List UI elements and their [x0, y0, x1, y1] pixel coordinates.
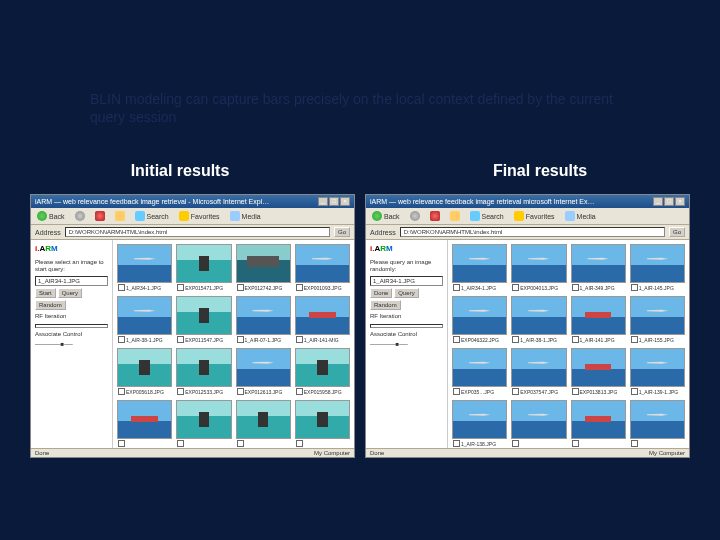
result-thumb[interactable]	[452, 244, 507, 283]
random-button[interactable]: Random	[370, 300, 401, 310]
result-checkbox[interactable]	[512, 284, 519, 291]
stop-button[interactable]	[428, 210, 442, 222]
forward-button[interactable]	[408, 210, 422, 222]
home-button[interactable]	[113, 210, 127, 222]
random-button[interactable]: Random	[35, 300, 66, 310]
query-field[interactable]: 1_AIR34-1.JPG	[35, 276, 108, 286]
result-checkbox[interactable]	[631, 388, 638, 395]
result-thumb[interactable]	[117, 400, 172, 439]
result-checkbox[interactable]	[572, 388, 579, 395]
result-checkbox[interactable]	[453, 388, 460, 395]
result-checkbox[interactable]	[237, 284, 244, 291]
result-thumb[interactable]	[117, 348, 172, 387]
result-thumb[interactable]	[571, 244, 626, 283]
result-thumb[interactable]	[630, 244, 685, 283]
result-checkbox[interactable]	[177, 284, 184, 291]
back-button[interactable]: Back	[370, 210, 402, 222]
query-button[interactable]: Query	[394, 288, 418, 298]
assoc-slider[interactable]: ──────■──	[370, 341, 443, 348]
result-thumb[interactable]	[511, 348, 566, 387]
result-checkbox[interactable]	[237, 388, 244, 395]
media-button[interactable]: Media	[563, 210, 598, 222]
start-button[interactable]: Done	[370, 288, 392, 298]
media-button[interactable]: Media	[228, 210, 263, 222]
result-thumb[interactable]	[571, 296, 626, 335]
stop-button[interactable]	[93, 210, 107, 222]
result-checkbox[interactable]	[237, 336, 244, 343]
favorites-button[interactable]: Favorites	[177, 210, 222, 222]
result-checkbox[interactable]	[572, 336, 579, 343]
result-thumb[interactable]	[117, 296, 172, 335]
result-checkbox[interactable]	[118, 440, 125, 447]
result-checkbox[interactable]	[453, 440, 460, 447]
result-checkbox[interactable]	[572, 440, 579, 447]
go-button[interactable]: Go	[669, 227, 685, 237]
result-checkbox[interactable]	[296, 336, 303, 343]
maximize-button[interactable]: □	[329, 197, 339, 206]
result-checkbox[interactable]	[631, 284, 638, 291]
result-checkbox[interactable]	[118, 388, 125, 395]
address-input[interactable]: D:\WORKON\iARM\HTML\index.html	[65, 227, 330, 237]
result-checkbox[interactable]	[453, 336, 460, 343]
assoc-slider[interactable]: ──────■──	[35, 341, 108, 348]
close-button[interactable]: ×	[340, 197, 350, 206]
result-thumb[interactable]	[236, 400, 291, 439]
rf-field[interactable]	[35, 324, 108, 328]
result-checkbox[interactable]	[512, 388, 519, 395]
search-button[interactable]: Search	[133, 210, 171, 222]
result-checkbox[interactable]	[453, 284, 460, 291]
result-checkbox[interactable]	[177, 388, 184, 395]
maximize-button[interactable]: □	[664, 197, 674, 206]
result-checkbox[interactable]	[118, 336, 125, 343]
result-checkbox[interactable]	[631, 440, 638, 447]
query-button[interactable]: Query	[58, 288, 82, 298]
result-thumb[interactable]	[511, 296, 566, 335]
query-field[interactable]: 1_AIR34-1.JPG	[370, 276, 443, 286]
result-checkbox[interactable]	[177, 336, 184, 343]
result-thumb[interactable]	[295, 348, 350, 387]
result-thumb[interactable]	[176, 244, 231, 283]
result-thumb[interactable]	[295, 296, 350, 335]
result-thumb[interactable]	[176, 400, 231, 439]
result-checkbox[interactable]	[631, 336, 638, 343]
rf-field[interactable]	[370, 324, 443, 328]
result-thumb[interactable]	[452, 400, 507, 439]
result-thumb[interactable]	[236, 244, 291, 283]
minimize-button[interactable]: _	[318, 197, 328, 206]
result-thumb[interactable]	[511, 244, 566, 283]
result-checkbox[interactable]	[512, 336, 519, 343]
minimize-button[interactable]: _	[653, 197, 663, 206]
search-button[interactable]: Search	[468, 210, 506, 222]
result-checkbox[interactable]	[572, 284, 579, 291]
home-button[interactable]	[448, 210, 462, 222]
result-thumb[interactable]	[511, 400, 566, 439]
go-button[interactable]: Go	[334, 227, 350, 237]
result-thumb[interactable]	[571, 348, 626, 387]
result-thumb[interactable]	[176, 296, 231, 335]
result-thumb[interactable]	[236, 296, 291, 335]
result-checkbox[interactable]	[177, 440, 184, 447]
result-thumb[interactable]	[236, 348, 291, 387]
close-button[interactable]: ×	[675, 197, 685, 206]
result-thumb[interactable]	[117, 244, 172, 283]
result-checkbox[interactable]	[296, 388, 303, 395]
result-thumb[interactable]	[176, 348, 231, 387]
result-checkbox[interactable]	[296, 284, 303, 291]
result-thumb[interactable]	[295, 400, 350, 439]
result-thumb[interactable]	[295, 244, 350, 283]
result-thumb[interactable]	[571, 400, 626, 439]
start-button[interactable]: Start	[35, 288, 56, 298]
result-checkbox[interactable]	[296, 440, 303, 447]
back-button[interactable]: Back	[35, 210, 67, 222]
address-input[interactable]: D:\WORKON\iARM\HTML\index.html	[400, 227, 665, 237]
result-checkbox[interactable]	[237, 440, 244, 447]
result-thumb[interactable]	[630, 296, 685, 335]
result-checkbox[interactable]	[512, 440, 519, 447]
result-thumb[interactable]	[630, 348, 685, 387]
favorites-button[interactable]: Favorites	[512, 210, 557, 222]
result-thumb[interactable]	[630, 400, 685, 439]
forward-button[interactable]	[73, 210, 87, 222]
result-thumb[interactable]	[452, 348, 507, 387]
result-checkbox[interactable]	[118, 284, 125, 291]
result-thumb[interactable]	[452, 296, 507, 335]
